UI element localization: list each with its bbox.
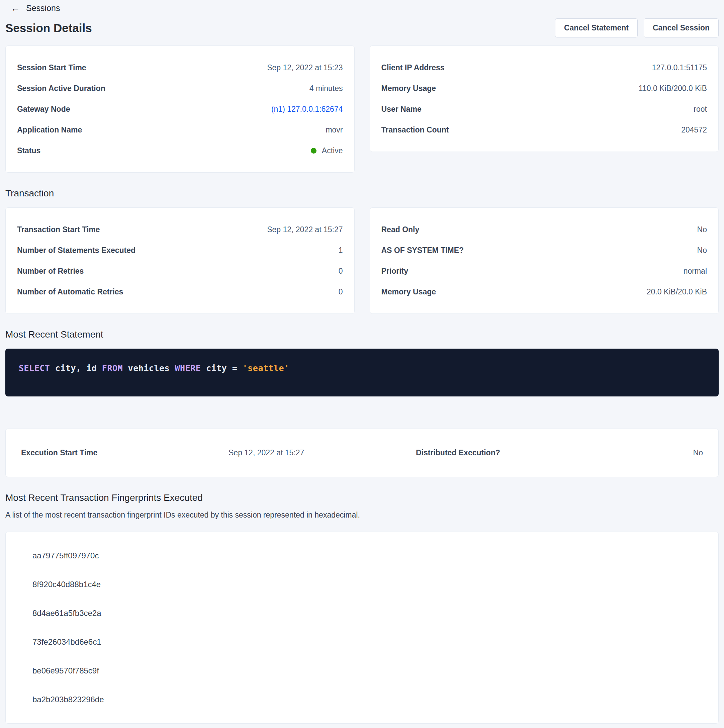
row-value: No (697, 246, 707, 255)
row-label: Read Only (381, 225, 419, 234)
row-label: Number of Automatic Retries (17, 288, 123, 297)
transaction-card-left: Transaction Start TimeSep 12, 2022 at 15… (5, 207, 355, 314)
sql-token-string: 'seattle' (243, 363, 289, 373)
summary-row: Transaction Count204572 (381, 119, 707, 140)
row-label: Number of Statements Executed (17, 246, 136, 255)
page-title: Session Details (5, 21, 92, 35)
summary-row: Number of Retries0 (17, 261, 343, 281)
page-header: Session Details Cancel Statement Cancel … (5, 18, 719, 37)
summary-row: Gateway Node(n1) 127.0.0.1:62674 (17, 99, 343, 119)
fingerprint-id: be06e9570f785c9f (32, 656, 703, 685)
fingerprint-id: aa79775ff097970c (32, 541, 703, 570)
gateway-node-link[interactable]: (n1) 127.0.0.1:62674 (271, 105, 343, 114)
row-value: movr (326, 125, 343, 135)
row-label: Client IP Address (381, 63, 445, 72)
distributed-execution-value: No (693, 448, 703, 457)
row-label: Memory Usage (381, 288, 436, 297)
row-label: User Name (381, 105, 422, 114)
back-arrow-icon: ← (11, 4, 20, 13)
row-value: 110.0 KiB/200.0 KiB (639, 84, 707, 93)
summary-row: Client IP Address127.0.0.1:51175 (381, 57, 707, 78)
fingerprint-id: ba2b203b823296de (32, 685, 703, 714)
row-value: 0 (338, 288, 343, 297)
summary-row: Session Start TimeSep 12, 2022 at 15:23 (17, 57, 343, 78)
most-recent-statement-heading: Most Recent Statement (5, 329, 719, 340)
row-label: AS OF SYSTEM TIME? (381, 246, 464, 255)
row-label: Gateway Node (17, 105, 70, 114)
fingerprints-description: A list of the most recent transaction fi… (5, 511, 719, 520)
sql-token-keyword: WHERE (175, 363, 201, 373)
main-content: Session Start TimeSep 12, 2022 at 15:23S… (5, 46, 719, 723)
fingerprints-card: aa79775ff097970c8f920c40d88b1c4e8d4ae61a… (5, 532, 719, 723)
summary-row: StatusActive (17, 140, 343, 161)
summary-row: Application Namemovr (17, 119, 343, 140)
fingerprint-id: 8d4ae61a5fb3ce2a (32, 599, 703, 628)
status-active-dot (311, 148, 317, 154)
row-value: 0 (338, 267, 343, 276)
back-row: ← Sessions (5, 0, 719, 13)
header-actions: Cancel Statement Cancel Session (555, 18, 719, 37)
row-label: Number of Retries (17, 267, 84, 276)
summary-row: User Nameroot (381, 99, 707, 119)
status-text: Active (322, 146, 343, 155)
row-value: 20.0 KiB/20.0 KiB (647, 288, 707, 297)
row-value: Active (311, 146, 343, 155)
summary-row: Transaction Start TimeSep 12, 2022 at 15… (17, 219, 343, 240)
row-label: Priority (381, 267, 409, 276)
summary-row: Memory Usage20.0 KiB/20.0 KiB (381, 281, 707, 302)
sql-token-keyword: FROM (102, 363, 123, 373)
row-value: 204572 (681, 125, 707, 135)
sql-token-plain: city = (201, 363, 242, 373)
back-to-sessions-link[interactable]: ← Sessions (11, 3, 60, 13)
row-label: Status (17, 146, 40, 155)
session-summary-card-left: Session Start TimeSep 12, 2022 at 15:23S… (5, 46, 355, 173)
cancel-session-button[interactable]: Cancel Session (644, 18, 719, 37)
cancel-statement-button[interactable]: Cancel Statement (555, 18, 638, 37)
session-summary-row: Session Start TimeSep 12, 2022 at 15:23S… (5, 46, 719, 173)
distributed-execution-label: Distributed Execution? (416, 448, 693, 457)
row-label: Session Active Duration (17, 84, 106, 93)
summary-row: Number of Automatic Retries0 (17, 281, 343, 302)
execution-card: Execution Start Time Sep 12, 2022 at 15:… (5, 428, 719, 477)
row-label: Application Name (17, 125, 82, 135)
fingerprints-heading: Most Recent Transaction Fingerprints Exe… (5, 492, 719, 503)
summary-row: Read OnlyNo (381, 219, 707, 240)
row-value: 1 (338, 246, 343, 255)
fingerprint-id: 8f920c40d88b1c4e (32, 570, 703, 599)
fingerprint-id: 73fe26034bd6e6c1 (32, 628, 703, 656)
row-label: Memory Usage (381, 84, 436, 93)
sql-token-plain: vehicles (123, 363, 175, 373)
row-value: Sep 12, 2022 at 15:27 (267, 225, 343, 234)
row-value: 127.0.0.1:51175 (652, 63, 707, 72)
sql-token-keyword: SELECT (19, 363, 50, 373)
summary-row: AS OF SYSTEM TIME?No (381, 240, 707, 261)
row-label: Session Start Time (17, 63, 86, 72)
row-value: 4 minutes (309, 84, 343, 93)
summary-row: Number of Statements Executed1 (17, 240, 343, 261)
transaction-heading: Transaction (5, 188, 719, 199)
row-label: Transaction Count (381, 125, 449, 135)
transaction-row: Transaction Start TimeSep 12, 2022 at 15… (5, 207, 719, 314)
transaction-card-right: Read OnlyNoAS OF SYSTEM TIME?NoPriorityn… (370, 207, 719, 314)
row-label: Transaction Start Time (17, 225, 100, 234)
session-summary-card-right: Client IP Address127.0.0.1:51175Memory U… (370, 46, 719, 152)
row-value: No (697, 225, 707, 234)
row-value: normal (684, 267, 707, 276)
summary-row: Prioritynormal (381, 261, 707, 281)
execution-start-time-label: Execution Start Time (21, 448, 228, 457)
back-link-label: Sessions (26, 3, 60, 13)
sql-token-plain: city, id (50, 363, 102, 373)
summary-row: Memory Usage110.0 KiB/200.0 KiB (381, 78, 707, 99)
sql-statement-box: SELECT city, id FROM vehicles WHERE city… (5, 349, 719, 396)
execution-start-time-value: Sep 12, 2022 at 15:27 (228, 448, 416, 457)
row-value: Sep 12, 2022 at 15:23 (267, 63, 343, 72)
summary-row: Session Active Duration4 minutes (17, 78, 343, 99)
row-value: root (693, 105, 707, 114)
